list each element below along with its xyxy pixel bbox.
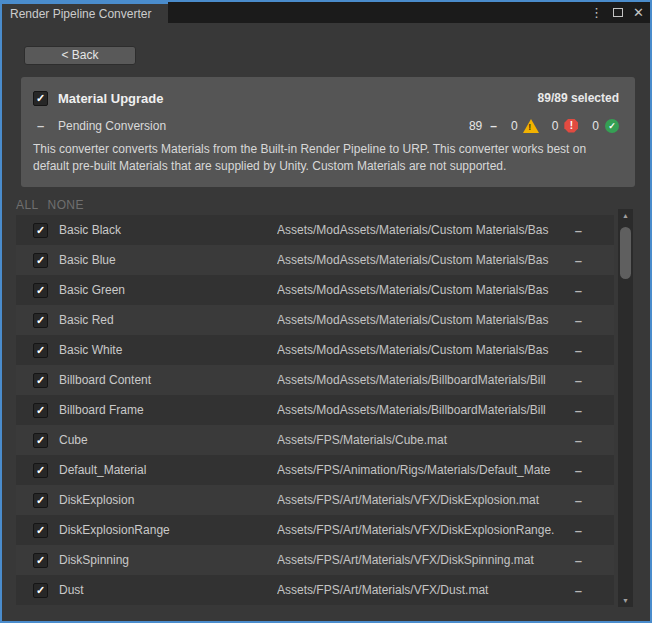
item-name: Basic Red: [59, 313, 114, 327]
table-row: ✓DiskSpinningAssets/FPS/Art/Materials/VF…: [16, 545, 614, 575]
menu-icon[interactable]: ⋮: [590, 6, 603, 19]
item-path: Assets/FPS/Animation/Rigs/Materials/Defa…: [277, 463, 566, 477]
item-status-pending-icon: –: [575, 523, 582, 538]
converter-checkbox[interactable]: ✓: [33, 91, 48, 106]
item-status-pending-icon: –: [575, 583, 582, 598]
select-all-button[interactable]: ALL: [16, 198, 39, 212]
item-checkbox[interactable]: ✓: [33, 553, 48, 568]
table-row: ✓Billboard ContentAssets/ModAssets/Mater…: [16, 365, 614, 395]
item-checkbox[interactable]: ✓: [33, 583, 48, 598]
item-path: Assets/FPS/Materials/Cube.mat: [277, 433, 566, 447]
pending-count: 89: [469, 119, 482, 133]
error-icon: !: [564, 119, 578, 133]
materials-list: ✓Basic BlackAssets/ModAssets/Materials/C…: [16, 215, 614, 605]
item-name: Billboard Frame: [59, 403, 144, 417]
item-path: Assets/ModAssets/Materials/Custom Materi…: [277, 253, 566, 267]
item-checkbox[interactable]: ✓: [33, 373, 48, 388]
converter-title: Material Upgrade: [58, 91, 163, 106]
title-bar: Render Pipeline Converter ⋮ ✕: [2, 2, 650, 23]
item-path: Assets/ModAssets/Materials/Custom Materi…: [277, 343, 566, 357]
checkmark-icon: ✓: [36, 405, 45, 416]
item-status-pending-icon: –: [575, 283, 582, 298]
select-none-button[interactable]: NONE: [48, 198, 84, 212]
scrollbar-thumb[interactable]: [620, 227, 631, 279]
table-row: ✓Billboard FrameAssets/ModAssets/Materia…: [16, 395, 614, 425]
table-row: ✓Default_MaterialAssets/FPS/Animation/Ri…: [16, 455, 614, 485]
item-status-pending-icon: –: [575, 343, 582, 358]
converter-info-panel: ✓ Material Upgrade 89/89 selected – Pend…: [21, 77, 635, 187]
pending-dash-icon: –: [33, 118, 48, 133]
checkmark-icon: ✓: [36, 585, 45, 596]
item-path: Assets/ModAssets/Materials/BillboardMate…: [277, 373, 566, 387]
item-status-pending-icon: –: [575, 403, 582, 418]
scroll-down-icon[interactable]: ▼: [618, 594, 633, 607]
checkmark-icon: ✓: [36, 285, 45, 296]
item-checkbox[interactable]: ✓: [33, 253, 48, 268]
checkmark-icon: ✓: [36, 555, 45, 566]
item-path: Assets/FPS/Art/Materials/VFX/Dust.mat: [277, 583, 566, 597]
item-name: Basic White: [59, 343, 122, 357]
checkmark-icon: ✓: [36, 225, 45, 236]
item-checkbox[interactable]: ✓: [33, 523, 48, 538]
pending-status-icon: –: [490, 119, 497, 133]
item-name: Basic Black: [59, 223, 121, 237]
scrollbar[interactable]: ▲ ▼: [618, 209, 633, 607]
table-row: ✓Basic WhiteAssets/ModAssets/Materials/C…: [16, 335, 614, 365]
window-controls: ⋮ ✕: [590, 2, 644, 23]
window-title: Render Pipeline Converter: [10, 7, 151, 21]
item-status-pending-icon: –: [575, 553, 582, 568]
item-name: Billboard Content: [59, 373, 151, 387]
checkmark-icon: ✓: [36, 255, 45, 266]
item-checkbox[interactable]: ✓: [33, 313, 48, 328]
table-row: ✓Basic BlueAssets/ModAssets/Materials/Cu…: [16, 245, 614, 275]
item-status-pending-icon: –: [575, 223, 582, 238]
back-button[interactable]: < Back: [24, 46, 136, 65]
item-checkbox[interactable]: ✓: [33, 463, 48, 478]
success-count: 0: [592, 119, 599, 133]
item-path: Assets/ModAssets/Materials/Custom Materi…: [277, 313, 566, 327]
item-status-pending-icon: –: [575, 373, 582, 388]
item-path: Assets/ModAssets/Materials/Custom Materi…: [277, 283, 566, 297]
error-count: 0: [552, 119, 559, 133]
item-name: DiskSpinning: [59, 553, 129, 567]
table-row: ✓Basic GreenAssets/ModAssets/Materials/C…: [16, 275, 614, 305]
success-icon: ✓: [605, 119, 619, 133]
render-pipeline-converter-window: Render Pipeline Converter ⋮ ✕ < Back ✓ M…: [0, 0, 652, 623]
item-status-pending-icon: –: [575, 433, 582, 448]
close-icon[interactable]: ✕: [633, 6, 644, 19]
checkmark-icon: ✓: [36, 345, 45, 356]
item-checkbox[interactable]: ✓: [33, 343, 48, 358]
item-path: Assets/FPS/Art/Materials/VFX/DiskExplosi…: [277, 523, 566, 537]
item-name: Basic Blue: [59, 253, 116, 267]
warning-icon: !: [524, 119, 538, 133]
scroll-up-icon[interactable]: ▲: [618, 209, 633, 222]
item-checkbox[interactable]: ✓: [33, 223, 48, 238]
converter-header: ✓ Material Upgrade 89/89 selected: [33, 90, 619, 106]
tab-render-pipeline-converter[interactable]: Render Pipeline Converter: [2, 2, 168, 23]
maximize-icon[interactable]: [613, 8, 623, 17]
pending-status-row: – Pending Conversion 89 – 0 ! 0 ! 0 ✓: [33, 118, 619, 133]
checkmark-icon: ✓: [36, 465, 45, 476]
item-checkbox[interactable]: ✓: [33, 403, 48, 418]
item-checkbox[interactable]: ✓: [33, 283, 48, 298]
item-name: Default_Material: [59, 463, 146, 477]
item-name: DiskExplosionRange: [59, 523, 170, 537]
selection-controls: ALL NONE: [16, 198, 84, 212]
converter-description: This converter converts Materials from t…: [33, 141, 625, 175]
item-checkbox[interactable]: ✓: [33, 433, 48, 448]
warning-count: 0: [511, 119, 518, 133]
item-name: Basic Green: [59, 283, 125, 297]
status-counts: 89 – 0 ! 0 ! 0 ✓: [469, 119, 619, 133]
item-path: Assets/FPS/Art/Materials/VFX/DiskSpinnin…: [277, 553, 566, 567]
checkmark-icon: ✓: [36, 93, 45, 104]
item-path: Assets/ModAssets/Materials/BillboardMate…: [277, 403, 566, 417]
table-row: ✓DustAssets/FPS/Art/Materials/VFX/Dust.m…: [16, 575, 614, 605]
table-row: ✓DiskExplosionAssets/FPS/Art/Materials/V…: [16, 485, 614, 515]
item-name: Cube: [59, 433, 88, 447]
item-name: Dust: [59, 583, 84, 597]
checkmark-icon: ✓: [36, 375, 45, 386]
item-status-pending-icon: –: [575, 313, 582, 328]
selected-count-label: 89/89 selected: [538, 91, 619, 105]
checkmark-icon: ✓: [36, 315, 45, 326]
item-checkbox[interactable]: ✓: [33, 493, 48, 508]
